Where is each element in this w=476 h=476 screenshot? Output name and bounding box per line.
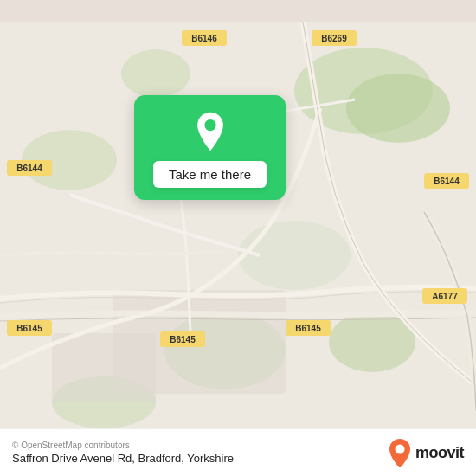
svg-text:B6145: B6145 (295, 324, 321, 333)
svg-text:B6145: B6145 (170, 335, 196, 344)
svg-text:B6144: B6144 (16, 164, 42, 173)
svg-point-7 (121, 49, 190, 98)
svg-point-28 (395, 445, 404, 454)
map-container: B6146 B6269 B6144 B6144 B6145 B6145 B614… (0, 0, 476, 476)
svg-text:B6146: B6146 (191, 34, 217, 43)
attribution-text: © OpenStreetMap contributors (12, 441, 234, 450)
svg-point-27 (204, 119, 215, 131)
svg-rect-10 (52, 333, 156, 402)
svg-point-2 (346, 74, 450, 143)
svg-text:A6177: A6177 (432, 292, 458, 301)
navigation-card: Take me there (134, 95, 286, 200)
moovit-wordmark: moovit (415, 444, 464, 462)
moovit-pin-icon (388, 438, 412, 467)
svg-text:B6269: B6269 (321, 34, 347, 43)
svg-text:B6144: B6144 (434, 177, 460, 186)
location-label: Saffron Drive Avenel Rd, Bradford, Yorks… (12, 452, 234, 465)
location-info: © OpenStreetMap contributors Saffron Dri… (12, 441, 234, 465)
location-pin-icon (190, 111, 231, 152)
bottom-bar: © OpenStreetMap contributors Saffron Dri… (0, 428, 476, 476)
take-me-there-button[interactable]: Take me there (153, 161, 267, 188)
map-background: B6146 B6269 B6144 B6144 B6145 B6145 B614… (0, 0, 476, 476)
moovit-logo: moovit (388, 438, 464, 467)
svg-text:B6145: B6145 (16, 324, 42, 333)
